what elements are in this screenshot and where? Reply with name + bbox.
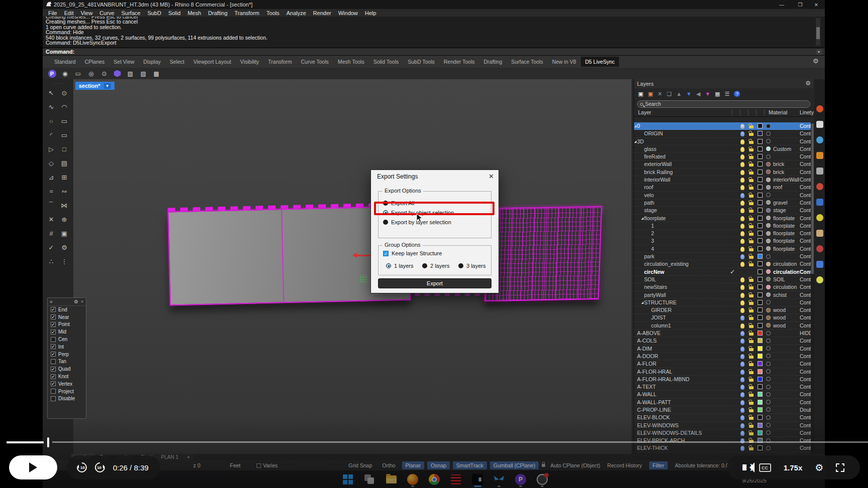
layer-color-swatch[interactable]: [758, 238, 763, 243]
expand-icon[interactable]: [641, 217, 644, 220]
box-icon[interactable]: [816, 261, 823, 268]
video-timeline[interactable]: [52, 441, 868, 443]
layer-color-swatch[interactable]: [758, 154, 763, 159]
material-dot-icon[interactable]: [766, 124, 771, 128]
tool-point[interactable]: ⊙: [58, 86, 71, 100]
layer-visibility-bulb-icon[interactable]: [740, 331, 745, 336]
tool-ellipse[interactable]: ▭: [58, 114, 71, 128]
filter-icon[interactable]: ▼: [705, 91, 710, 97]
layer-color-swatch[interactable]: [758, 208, 763, 213]
layer-lock-icon[interactable]: [749, 172, 754, 175]
material-dot-icon[interactable]: [766, 223, 771, 228]
layer-color-swatch[interactable]: [758, 200, 763, 205]
layer-color-swatch[interactable]: [758, 392, 763, 397]
layer-row-elev-brick-arch[interactable]: ELEV-BRICK-ARCHContir: [634, 437, 811, 444]
play-button[interactable]: [9, 455, 57, 479]
brush-icon[interactable]: [816, 183, 823, 190]
layer-visibility-bulb-icon[interactable]: [740, 400, 745, 405]
layer-lock-icon[interactable]: [749, 386, 754, 389]
layer-color-swatch[interactable]: [758, 423, 763, 428]
layer-visibility-bulb-icon[interactable]: [740, 178, 745, 183]
osnap-checkbox-checked[interactable]: ✓: [51, 330, 56, 335]
dock-grabber[interactable]: ····: [43, 81, 73, 86]
layer-row-a-wall-patt[interactable]: A-WALL-PATTContir: [634, 399, 811, 406]
delete-layer-icon[interactable]: ✕: [658, 91, 662, 97]
layer-row-firerated[interactable]: fireRatedContir: [634, 153, 811, 160]
status-toggle-filter[interactable]: Filter: [649, 461, 668, 469]
layer-color-swatch[interactable]: [758, 323, 763, 328]
d5-sync-icon[interactable]: ◉: [61, 69, 69, 78]
material-dot-icon[interactable]: [766, 170, 771, 174]
layer-row-2[interactable]: 2floorplateContir: [634, 230, 811, 237]
layer-visibility-bulb-icon[interactable]: [740, 362, 745, 367]
material-dot-icon[interactable]: [766, 277, 771, 281]
material-dot-icon[interactable]: [766, 154, 771, 159]
toolbar-tab-display[interactable]: Display: [139, 57, 165, 67]
layer-lock-icon[interactable]: [749, 210, 754, 213]
material-dot-icon[interactable]: [766, 315, 771, 320]
status-toggle-ortho[interactable]: Ortho: [379, 461, 399, 469]
column-layer[interactable]: Layer: [638, 109, 651, 115]
layer-row-soil[interactable]: SOILSOILContir: [634, 276, 811, 283]
layer-visibility-bulb-icon[interactable]: [740, 293, 745, 298]
tool-revolve[interactable]: ≈: [45, 184, 58, 198]
layer-color-swatch[interactable]: [758, 161, 763, 167]
layer-row-1[interactable]: 1floorplateContir: [634, 222, 811, 230]
layer-color-swatch[interactable]: [758, 331, 763, 336]
material-dot-icon[interactable]: [766, 246, 771, 251]
osnap-disable[interactable]: Disable: [48, 395, 86, 403]
command-history[interactable]: Creating meshes... Press Esc to cancelCr…: [43, 17, 825, 48]
layer-row-floorplate[interactable]: floorplatefloorplateContir: [634, 215, 811, 222]
material-dot-icon[interactable]: [766, 185, 771, 190]
package-icon[interactable]: ▨: [139, 69, 148, 78]
taskbar-task-view-icon[interactable]: [363, 472, 376, 487]
layer-visibility-bulb-icon[interactable]: [740, 339, 745, 344]
layer-row-roof[interactable]: roofroofContir: [634, 184, 811, 191]
layer-lock-icon[interactable]: [749, 240, 754, 243]
command-dropdown-icon[interactable]: ▾: [816, 49, 822, 55]
layer-lock-icon[interactable]: [749, 402, 754, 405]
layer-row-velo[interactable]: veloContir: [634, 192, 811, 199]
material-dot-icon[interactable]: [766, 323, 771, 328]
layer-visibility-bulb-icon[interactable]: [740, 239, 745, 244]
status-varies-checkbox[interactable]: Varies: [257, 462, 278, 468]
layer-lock-icon[interactable]: [749, 125, 754, 128]
layer-visibility-bulb-icon[interactable]: [740, 208, 745, 213]
menu-curve[interactable]: Curve: [96, 10, 117, 16]
layer-visibility-bulb-icon[interactable]: [740, 392, 745, 397]
tool-select-arrow[interactable]: ↖: [45, 86, 58, 100]
layer-lock-icon[interactable]: [749, 340, 754, 343]
layer-row-partywall[interactable]: partyWallschistContir: [634, 291, 811, 299]
osnap-perp[interactable]: ✓Perp: [48, 351, 86, 358]
layer-lock-icon[interactable]: [749, 333, 754, 336]
layer-lock-icon[interactable]: [749, 325, 754, 328]
layer-row-a-flor-hral-mbnd[interactable]: A-FLOR-HRAL-MBNDContir: [634, 376, 811, 383]
layer-row-a-text[interactable]: A-TEXTContir: [634, 383, 811, 391]
material-dot-icon[interactable]: [766, 407, 771, 412]
osnap-checkbox-checked[interactable]: ✓: [51, 307, 56, 312]
layer-lock-icon[interactable]: [749, 309, 754, 312]
layer-row-a-above[interactable]: A-ABOVEHIDDE: [634, 330, 811, 337]
osnap-mid[interactable]: ✓Mid: [48, 328, 86, 336]
material-dot-icon[interactable]: [766, 193, 771, 197]
taskbar-obs-icon[interactable]: [536, 472, 549, 487]
page-tab-+[interactable]: +: [183, 454, 194, 460]
toolbar-tab-subd-tools[interactable]: SubD Tools: [403, 57, 439, 67]
tool-more[interactable]: ⋮: [58, 254, 71, 268]
layer-row-a-wall[interactable]: A-WALLContir: [634, 391, 811, 398]
layer-color-swatch[interactable]: [758, 445, 763, 450]
material-dot-icon[interactable]: [766, 254, 771, 259]
osnap-project[interactable]: Project: [48, 388, 86, 395]
tool-loft[interactable]: ⌒: [45, 198, 58, 212]
osnap-expand-icon[interactable]: »: [50, 299, 53, 304]
layer-color-swatch[interactable]: [758, 277, 763, 282]
material-dot-icon[interactable]: [766, 285, 771, 289]
layer-visibility-bulb-icon[interactable]: [740, 124, 745, 129]
status-toggle-planar[interactable]: Planar: [402, 461, 424, 469]
library-icon[interactable]: [816, 152, 823, 159]
osnap-checkbox-unchecked[interactable]: [51, 389, 56, 394]
osnap-checkbox-checked[interactable]: ✓: [51, 381, 56, 386]
tool-settings[interactable]: ⚙: [58, 240, 71, 254]
layer-color-swatch[interactable]: [758, 354, 763, 359]
material-dot-icon[interactable]: [766, 231, 771, 236]
